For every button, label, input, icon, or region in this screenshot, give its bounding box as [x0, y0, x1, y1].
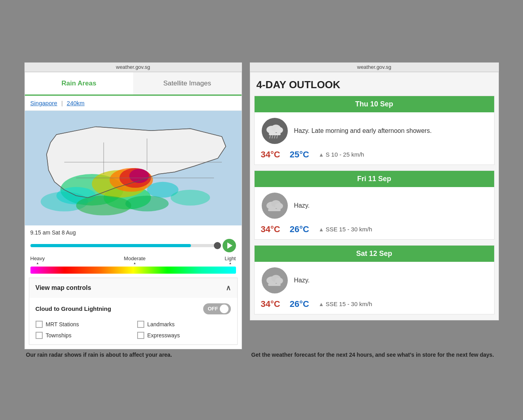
hazy-cloud-icon-2	[261, 267, 289, 294]
checkbox-landmarks[interactable]: Landmarks	[137, 321, 231, 328]
temp-low-1: 26°C	[290, 224, 309, 235]
temp-high-1: 34°C	[261, 224, 280, 235]
temp-low-0: 25°C	[290, 149, 309, 160]
progress-fill	[30, 244, 191, 247]
checkbox-expressways[interactable]: Expressways	[137, 332, 231, 339]
browser-url-bar-left: weather.gov.sg	[25, 62, 242, 72]
svg-rect-30	[268, 209, 281, 211]
day-header-1: Fri 11 Sep	[255, 171, 494, 187]
checkbox-landmarks-label: Landmarks	[147, 321, 175, 327]
day-body-0: Hazy. Late morning and early afternoon s…	[255, 112, 494, 165]
day-top-0: Hazy. Late morning and early afternoon s…	[261, 117, 488, 145]
bottom-captions: Our rain radar shows if rain is about to…	[25, 352, 499, 358]
right-caption: Get the weather forecast for the next 24…	[251, 352, 497, 358]
lightning-toggle[interactable]: OFF	[203, 303, 231, 314]
playback-bar	[25, 237, 242, 254]
checkboxes-grid: MRT Stations Landmarks Townships Ex	[36, 321, 231, 339]
map-controls-header[interactable]: View map controls ∧	[29, 278, 237, 298]
rain-cloud-icon-0	[261, 117, 289, 145]
toggle-circle	[220, 305, 228, 313]
left-panel: Rain Areas Satellite Images Singapore | …	[25, 72, 242, 349]
svg-rect-35	[268, 284, 281, 286]
hazy-cloud-icon-1	[261, 192, 289, 219]
temp-high-2: 34°C	[261, 299, 280, 309]
day-stats-0: 34°C 25°C ▲ S 10 - 25 km/h	[261, 149, 488, 160]
url-text-right: weather.gov.sg	[357, 64, 391, 70]
url-text-left: weather.gov.sg	[116, 64, 150, 70]
temp-high-0: 34°C	[261, 149, 280, 160]
chevron-up-icon: ∧	[226, 284, 231, 292]
map-controls-label: View map controls	[36, 284, 91, 291]
browser-url-bar-right: weather.gov.sg	[250, 62, 499, 72]
checkbox-townships[interactable]: Townships	[36, 332, 129, 339]
time-label: 9.15 am Sat 8 Aug	[25, 225, 242, 237]
checkbox-expressways-label: Expressways	[147, 332, 180, 339]
left-caption-text: Our rain radar shows if rain is about to…	[26, 352, 244, 358]
legend-light: Light	[225, 255, 236, 265]
wind-text-0: S 10 - 25 km/h	[326, 151, 364, 158]
lightning-row: Cloud to Ground Lightning OFF	[36, 303, 231, 314]
day-body-1: Hazy. 34°C 26°C ▲ SSE 15 - 30 km/h	[255, 187, 494, 239]
tab-satellite-images[interactable]: Satellite Images	[133, 72, 242, 95]
wind-text-2: SSE 15 - 30 km/h	[326, 301, 372, 307]
weather-desc-2: Hazy.	[294, 277, 310, 284]
wind-info-2: ▲ SSE 15 - 30 km/h	[319, 301, 372, 307]
checkbox-landmarks-box[interactable]	[137, 321, 144, 328]
view-links: Singapore | 240km	[25, 96, 242, 111]
tab-rain-areas[interactable]: Rain Areas	[25, 72, 133, 96]
day-card-1: Fri 11 Sep Hazy. 34°C	[254, 170, 495, 240]
weather-desc-0: Hazy. Late morning and early afternoon s…	[294, 127, 432, 134]
checkbox-townships-label: Townships	[46, 332, 72, 339]
legend-labels: Heavy Moderate Light	[25, 254, 242, 266]
wind-info-1: ▲ SSE 15 - 30 km/h	[319, 226, 372, 233]
wind-text-1: SSE 15 - 30 km/h	[326, 226, 372, 233]
right-panel: 4-DAY OUTLOOK Thu 10 Sep	[250, 72, 499, 320]
day-card-2: Sat 12 Sep Hazy. 34°C	[254, 245, 495, 314]
svg-point-29	[275, 203, 283, 209]
controls-body: Cloud to Ground Lightning OFF MRT Statio…	[29, 298, 237, 344]
svg-point-20	[275, 127, 283, 133]
link-240km[interactable]: 240km	[67, 100, 85, 106]
day-card-0: Thu 10 Sep	[254, 96, 495, 165]
legend-moderate: Moderate	[124, 255, 145, 265]
play-button[interactable]	[223, 239, 236, 252]
day-header-2: Sat 12 Sep	[255, 246, 494, 262]
color-legend-bar	[30, 267, 236, 274]
temp-low-2: 26°C	[290, 299, 309, 309]
map-display	[25, 111, 242, 225]
day-header-0: Thu 10 Sep	[255, 96, 494, 112]
svg-rect-21	[269, 133, 281, 135]
svg-point-10	[170, 189, 210, 205]
checkbox-townships-box[interactable]	[36, 332, 43, 339]
wind-arrow-icon-0: ▲	[319, 151, 324, 158]
left-caption: Our rain radar shows if rain is about to…	[26, 352, 244, 358]
svg-point-12	[125, 195, 169, 211]
wind-info-0: ▲ S 10 - 25 km/h	[319, 151, 364, 158]
day-top-1: Hazy.	[261, 192, 488, 219]
svg-point-11	[76, 195, 131, 215]
link-singapore[interactable]: Singapore	[30, 100, 57, 106]
map-controls-section: View map controls ∧ Cloud to Ground Ligh…	[29, 278, 238, 345]
checkbox-mrt-box[interactable]	[36, 321, 43, 328]
day-body-2: Hazy. 34°C 26°C ▲ SSE 15 - 30 km/h	[255, 262, 494, 314]
outlook-title: 4-DAY OUTLOOK	[250, 72, 498, 96]
checkbox-expressways-box[interactable]	[137, 332, 144, 339]
svg-point-34	[275, 278, 283, 284]
toggle-off-text: OFF	[208, 306, 218, 312]
right-caption-text: Get the weather forecast for the next 24…	[251, 352, 497, 358]
wind-arrow-icon-2: ▲	[319, 301, 324, 307]
weather-desc-1: Hazy.	[294, 202, 310, 209]
progress-thumb[interactable]	[214, 242, 221, 249]
checkbox-mrt-stations[interactable]: MRT Stations	[36, 321, 129, 328]
day-top-2: Hazy.	[261, 267, 488, 294]
checkbox-mrt-label: MRT Stations	[46, 321, 79, 327]
day-stats-2: 34°C 26°C ▲ SSE 15 - 30 km/h	[261, 299, 488, 309]
tab-bar: Rain Areas Satellite Images	[25, 72, 242, 96]
lightning-label: Cloud to Ground Lightning	[36, 305, 111, 312]
day-stats-1: 34°C 26°C ▲ SSE 15 - 30 km/h	[261, 224, 488, 235]
separator: |	[61, 100, 63, 106]
wind-arrow-icon-1: ▲	[319, 226, 324, 233]
legend-heavy: Heavy	[30, 255, 45, 265]
progress-track[interactable]	[30, 244, 219, 247]
svg-point-6	[129, 168, 149, 183]
